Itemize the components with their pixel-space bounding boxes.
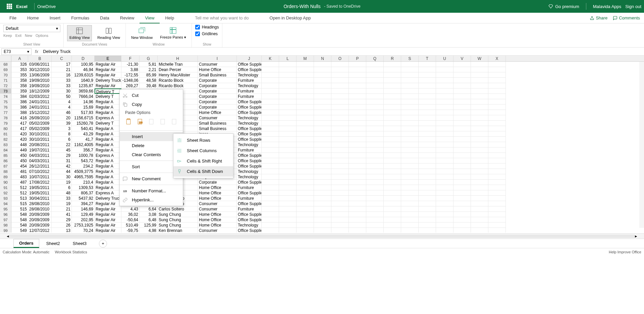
cell[interactable]: Consumer [198, 62, 237, 67]
cell[interactable] [419, 190, 436, 196]
vertical-scrollbar[interactable] [639, 62, 644, 228]
cell[interactable] [453, 174, 471, 180]
cell[interactable] [384, 121, 401, 126]
cell[interactable]: 1640,9 [72, 78, 95, 83]
cell[interactable] [314, 105, 331, 110]
table-row[interactable]: 7335918/12/2009303659,66Delivery TGayreC… [0, 88, 644, 94]
cell[interactable]: 454 [11, 164, 28, 169]
cell[interactable] [453, 94, 471, 99]
row-header[interactable]: 78 [0, 115, 11, 121]
help-improve[interactable]: Help Improve Office [609, 250, 641, 254]
cell[interactable] [436, 217, 453, 223]
cell[interactable]: 28/08/2010 [28, 201, 52, 206]
cell[interactable] [279, 137, 297, 142]
cell[interactable] [471, 62, 488, 67]
cell[interactable] [349, 131, 366, 137]
cell[interactable] [279, 201, 297, 206]
cell[interactable]: 20/09/2009 [28, 223, 52, 228]
cell[interactable]: 36,02 [121, 212, 140, 217]
cell[interactable]: 483 [11, 174, 28, 180]
cell[interactable] [488, 126, 506, 131]
cell[interactable]: 46 [52, 110, 72, 115]
cell[interactable] [488, 131, 506, 137]
cell[interactable]: Office Supplies [237, 180, 262, 185]
cell[interactable] [436, 94, 453, 99]
cell[interactable] [471, 169, 488, 174]
cell[interactable]: 19/09/2010 [28, 83, 52, 88]
cell[interactable] [262, 174, 279, 180]
cell[interactable] [384, 131, 401, 137]
cell[interactable] [488, 206, 506, 212]
column-headers[interactable]: A B C D E F G H I J K L M N O P Q R S T … [0, 56, 644, 62]
cell[interactable]: 15,69 [72, 105, 95, 110]
cell[interactable]: Ricardo Block [158, 78, 198, 83]
cell[interactable] [384, 201, 401, 206]
cell[interactable]: Technology [237, 72, 262, 78]
cell[interactable] [366, 142, 384, 147]
cell[interactable] [279, 185, 297, 190]
row-header[interactable]: 92 [0, 190, 11, 196]
cell[interactable] [279, 190, 297, 196]
cell[interactable]: -172,55 [121, 72, 140, 78]
cell[interactable] [453, 223, 471, 228]
cell[interactable]: 2753,1925 [72, 223, 95, 228]
cell[interactable] [436, 190, 453, 196]
comments-button[interactable]: Comments [613, 15, 640, 20]
cell[interactable] [471, 88, 488, 94]
cell[interactable] [297, 72, 314, 78]
cell[interactable] [471, 180, 488, 185]
cell[interactable] [349, 223, 366, 228]
cell[interactable] [279, 115, 297, 121]
cell[interactable]: Ken Brennan [158, 228, 198, 233]
col-header-g[interactable]: G [140, 56, 158, 61]
tab-file[interactable]: File [4, 13, 22, 23]
cell[interactable] [384, 185, 401, 190]
cell[interactable] [331, 72, 349, 78]
cell[interactable] [471, 126, 488, 131]
cell[interactable]: Regular A [95, 99, 121, 105]
cell[interactable]: Home Office [198, 223, 237, 228]
cell[interactable]: Regular Air [95, 72, 121, 78]
cell[interactable]: 269,27 [121, 83, 140, 88]
cell[interactable] [366, 99, 384, 105]
cell[interactable] [471, 228, 488, 233]
table-row[interactable]: 9351330/04/2011335437,92Delivery Truck-6… [0, 196, 644, 201]
cell[interactable]: 326 [11, 62, 28, 67]
cell[interactable]: 05/02/2009 [28, 126, 52, 131]
table-row[interactable]: 8444919/07/201145356,7Regular AeFurnitur… [0, 147, 644, 153]
cell[interactable]: 18/12/2009 [28, 88, 52, 94]
cell[interactable]: 19 [52, 180, 72, 185]
cell[interactable]: Regular Air [95, 217, 121, 223]
cell[interactable] [488, 196, 506, 201]
cell[interactable] [297, 115, 314, 121]
cell[interactable]: Office Supplies [237, 99, 262, 105]
cell[interactable] [419, 137, 436, 142]
cell[interactable]: Office Supplies [237, 105, 262, 110]
cell[interactable] [262, 137, 279, 142]
cell[interactable] [279, 83, 297, 88]
cell[interactable]: 30/10/2011 [28, 137, 52, 142]
table-row[interactable]: 7638624/01/2011415,69Regular APoddarCorp… [0, 105, 644, 110]
cell[interactable]: Regular A [95, 137, 121, 142]
cell[interactable] [314, 137, 331, 142]
cell[interactable] [349, 217, 366, 223]
cell[interactable] [384, 174, 401, 180]
cell[interactable] [262, 164, 279, 169]
cell[interactable] [401, 201, 419, 206]
cell[interactable] [471, 196, 488, 201]
cell[interactable]: Regular A [95, 131, 121, 137]
cell[interactable] [384, 228, 401, 233]
cell[interactable] [419, 94, 436, 99]
cell[interactable]: 44 [52, 169, 72, 174]
cell[interactable] [262, 206, 279, 212]
cell[interactable]: Regular A [95, 142, 121, 147]
cell[interactable] [297, 158, 314, 164]
cell[interactable] [401, 185, 419, 190]
cell[interactable]: 2,21 [140, 67, 158, 72]
cell[interactable] [453, 83, 471, 88]
row-header[interactable]: 81 [0, 131, 11, 137]
cell[interactable] [401, 110, 419, 115]
cell[interactable]: Regular Air [95, 62, 121, 67]
open-desktop-app[interactable]: Open in Desktop App [264, 13, 316, 23]
cell[interactable] [436, 212, 453, 217]
